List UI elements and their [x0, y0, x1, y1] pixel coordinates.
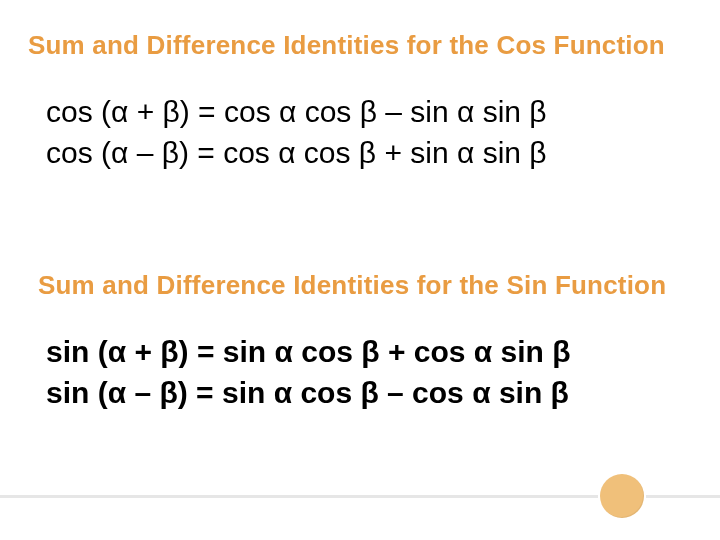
- accent-circle: [600, 474, 644, 518]
- formula-sin-sum: sin (α + β) = sin α cos β + cos α sin β: [46, 332, 571, 373]
- heading-cos-identities: Sum and Difference Identities for the Co…: [28, 30, 665, 61]
- sin-formula-block: sin (α + β) = sin α cos β + cos α sin β …: [46, 332, 571, 413]
- formula-cos-diff: cos (α – β) = cos α cos β + sin α sin β: [46, 133, 547, 174]
- bottom-accent-line: [0, 495, 598, 498]
- formula-cos-sum: cos (α + β) = cos α cos β – sin α sin β: [46, 92, 547, 133]
- bottom-accent-line-right: [646, 495, 720, 498]
- cos-formula-block: cos (α + β) = cos α cos β – sin α sin β …: [46, 92, 547, 173]
- formula-sin-diff: sin (α – β) = sin α cos β – cos α sin β: [46, 373, 571, 414]
- slide: Sum and Difference Identities for the Co…: [0, 0, 720, 540]
- heading-sin-identities: Sum and Difference Identities for the Si…: [38, 270, 666, 301]
